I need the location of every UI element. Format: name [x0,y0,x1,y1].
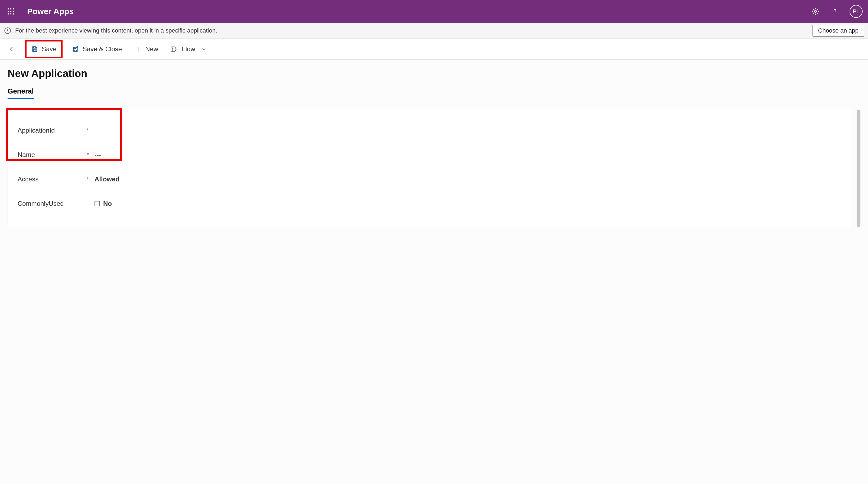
svg-point-5 [13,11,14,12]
field-value-application-id[interactable]: --- [92,126,101,134]
svg-point-13 [7,31,8,32]
field-application-id: ApplicationId * --- [16,118,843,143]
field-name: Name * --- [16,143,843,167]
info-bar: For the best experience viewing this con… [0,23,868,38]
help-icon[interactable] [830,6,840,16]
field-value-commonly-used[interactable]: No [92,200,112,207]
svg-point-6 [8,13,9,15]
svg-point-1 [10,8,12,9]
checkbox-icon[interactable] [95,201,100,206]
svg-point-9 [814,10,816,12]
command-bar: Save Save & Close New Flow [0,38,868,60]
user-avatar[interactable]: PL [849,5,863,18]
form-card: ApplicationId * --- Name * --- Access * … [8,110,851,227]
app-title: Power Apps [27,7,811,16]
save-icon [31,45,38,53]
svg-point-0 [8,8,9,9]
svg-point-4 [10,11,12,12]
user-initials: PL [853,8,859,15]
svg-point-10 [835,13,835,13]
info-icon [4,27,11,34]
page-title: New Application [8,68,860,80]
svg-point-3 [8,11,9,12]
field-label-application-id: ApplicationId [16,126,84,134]
flow-button[interactable]: Flow [167,43,211,55]
save-close-label: Save & Close [83,45,122,53]
scrollbar[interactable] [857,110,860,227]
new-label: New [145,45,158,53]
field-commonly-used: CommonlyUsed No [16,192,843,216]
field-access: Access * Allowed [16,167,843,192]
field-label-commonly-used: CommonlyUsed [16,200,84,207]
choose-app-button[interactable]: Choose an app [812,25,864,37]
svg-point-8 [13,13,14,15]
required-marker: * [84,127,92,134]
content-area: New Application General ApplicationId * … [0,60,868,227]
tab-row: General [8,87,860,99]
required-marker: * [84,151,92,158]
field-value-access[interactable]: Allowed [92,175,119,183]
settings-icon[interactable] [811,6,820,16]
save-close-button[interactable]: Save & Close [68,43,125,55]
annotation-highlight-save: Save [25,40,63,58]
commonly-used-value: No [103,200,112,207]
tab-general[interactable]: General [8,87,34,99]
field-label-name: Name [16,151,84,159]
flow-label: Flow [182,45,195,53]
back-button[interactable] [5,43,19,55]
arrow-left-icon [8,45,16,53]
waffle-icon[interactable] [5,6,16,17]
svg-point-7 [10,13,12,15]
info-message: For the best experience viewing this con… [15,27,809,34]
save-close-icon [72,45,79,53]
field-label-access: Access [16,175,84,183]
required-marker: * [84,176,92,183]
app-header: Power Apps PL [0,0,868,23]
svg-point-2 [13,8,14,9]
plus-icon [134,45,142,53]
field-value-name[interactable]: --- [92,151,101,159]
new-button[interactable]: New [131,43,161,55]
chevron-down-icon [200,45,208,53]
flow-icon [170,45,178,53]
save-button[interactable]: Save [28,43,60,55]
save-label: Save [42,45,57,53]
